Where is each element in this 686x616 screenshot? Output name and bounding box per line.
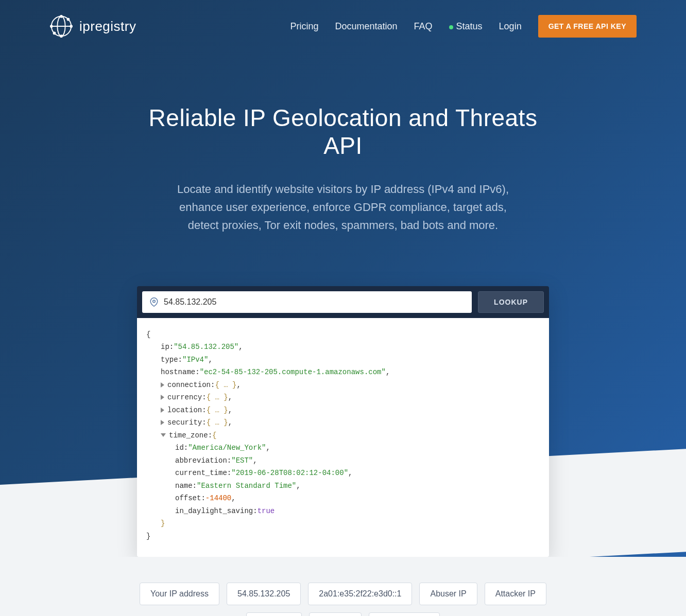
logo[interactable]: ipregistry — [49, 14, 136, 38]
top-nav: ipregistry Pricing Documentation FAQ Sta… — [34, 0, 652, 52]
json-expand-location[interactable]: location : { … }, — [146, 404, 540, 417]
chip-tor-exit[interactable]: Tor Exit Node — [369, 612, 440, 616]
svg-point-9 — [153, 300, 156, 303]
globe-network-icon — [49, 14, 73, 38]
svg-point-5 — [50, 25, 53, 28]
chip-your-ip[interactable]: Your IP address — [140, 583, 219, 605]
svg-point-8 — [53, 32, 56, 35]
nav-documentation[interactable]: Documentation — [335, 21, 397, 32]
json-expand-connection[interactable]: connection : { … }, — [146, 379, 540, 392]
nav-status[interactable]: Status — [449, 21, 483, 32]
svg-point-7 — [67, 18, 70, 21]
lookup-button[interactable]: LOOKUP — [478, 291, 544, 313]
nav-status-label: Status — [456, 21, 483, 31]
nav-login[interactable]: Login — [499, 21, 522, 32]
nav-pricing[interactable]: Pricing — [290, 21, 318, 32]
caret-right-icon — [161, 408, 164, 413]
example-chips: Your IP address 54.85.132.205 2a01:e35:2… — [111, 583, 575, 616]
brand-name: ipregistry — [79, 19, 136, 34]
svg-point-3 — [60, 15, 63, 18]
caret-down-icon — [161, 433, 166, 437]
chip-ipv6-example[interactable]: 2a01:e35:2f22:e3d0::1 — [308, 583, 412, 605]
json-collapse-timezone[interactable]: time_zone : { — [146, 429, 540, 442]
chip-ipv4-example[interactable]: 54.85.132.205 — [227, 583, 301, 605]
json-expand-currency[interactable]: currency : { … }, — [146, 391, 540, 404]
svg-point-6 — [60, 34, 63, 38]
chip-bogon-ip[interactable]: Bogon IP — [246, 612, 302, 616]
nav-faq[interactable]: FAQ — [414, 21, 433, 32]
chip-attacker-ip[interactable]: Attacker IP — [485, 583, 546, 605]
json-expand-security[interactable]: security : { … }, — [146, 416, 540, 429]
get-api-key-button[interactable]: GET A FREE API KEY — [538, 15, 637, 38]
chip-abuser-ip[interactable]: Abuser IP — [419, 583, 477, 605]
ip-lookup-input[interactable] — [164, 291, 465, 313]
hero-title: Reliable IP Geolocation and Threats API — [127, 104, 559, 160]
svg-point-4 — [70, 25, 73, 28]
caret-right-icon — [161, 382, 164, 388]
lookup-card: LOOKUP { ip : "54.85.132.205", type : "I… — [137, 286, 549, 557]
json-response-panel: { ip : "54.85.132.205", type : "IPv4", h… — [137, 318, 549, 557]
caret-right-icon — [161, 395, 164, 400]
chip-proxy-ip[interactable]: Proxy IP — [309, 612, 362, 616]
status-dot-icon — [449, 25, 453, 29]
hero-subtitle: Locate and identify website visitors by … — [127, 180, 559, 235]
location-pin-icon — [149, 297, 159, 307]
caret-right-icon — [161, 420, 164, 425]
